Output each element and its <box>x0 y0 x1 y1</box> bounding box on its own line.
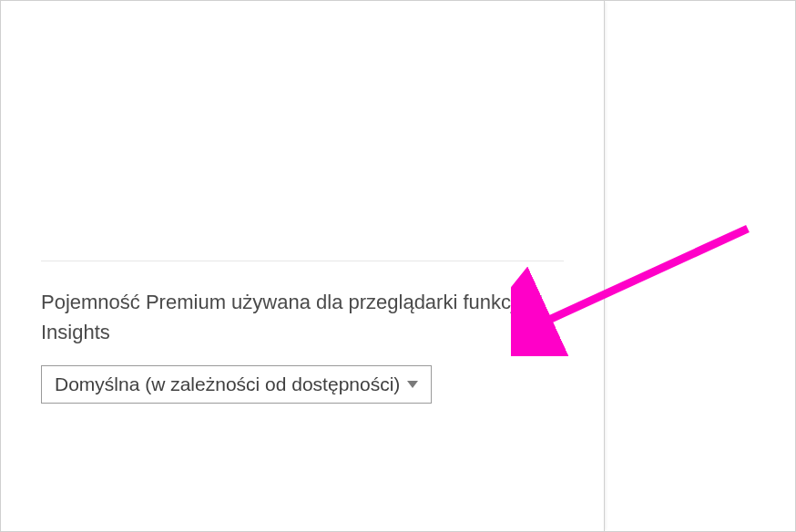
section-label: Pojemność Premium używana dla przeglądar… <box>41 287 564 347</box>
svg-marker-0 <box>407 381 418 388</box>
chevron-down-icon <box>407 381 418 388</box>
dropdown-selected-text: Domyślna (w zależności od dostępności) <box>55 373 400 395</box>
section-divider <box>41 261 564 261</box>
capacity-dropdown[interactable]: Domyślna (w zależności od dostępności) <box>41 365 432 404</box>
content-area: Pojemność Premium używana dla przeglądar… <box>41 261 564 404</box>
settings-panel: Pojemność Premium używana dla przeglądar… <box>1 1 605 531</box>
